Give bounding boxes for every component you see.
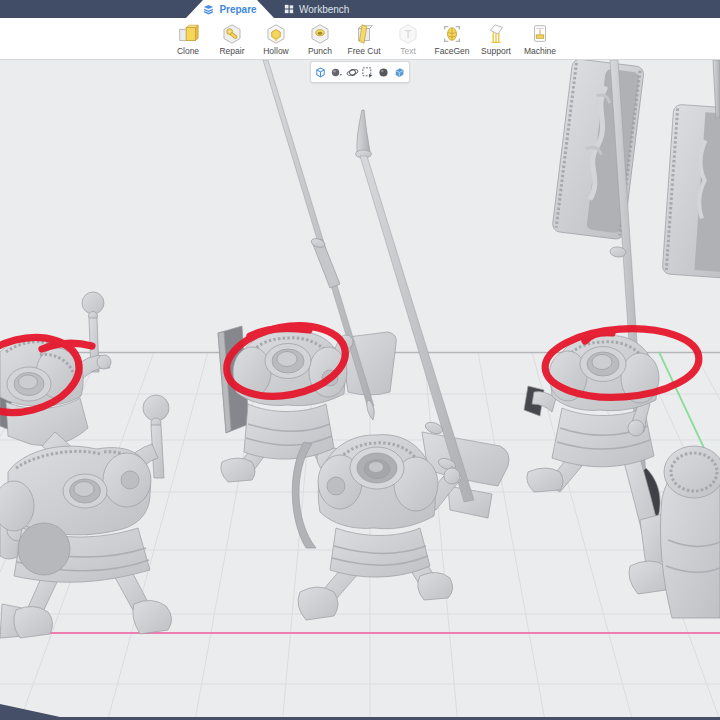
svg-text:T: T (405, 28, 412, 39)
shaded-sphere-dropdown-icon[interactable] (330, 66, 343, 79)
mesh-view-icon[interactable] (393, 66, 406, 79)
wireframe-cube-icon[interactable] (314, 66, 327, 79)
tool-label: Text (400, 46, 416, 56)
grid-icon (284, 4, 294, 14)
box-select-icon[interactable] (361, 66, 374, 79)
tool-facegen-button[interactable]: FaceGen (430, 22, 474, 56)
tool-label: Punch (308, 46, 332, 56)
support-struts-icon (484, 22, 508, 46)
tool-label: Repair (219, 46, 244, 56)
tab-prepare[interactable]: Prepare (186, 0, 274, 18)
hollow-hexagon-icon (264, 22, 288, 46)
tool-freecut-button[interactable]: Free Cut (342, 22, 386, 56)
model-warrior-right-edge[interactable] (660, 446, 720, 618)
tool-machine-button[interactable]: Machine (518, 22, 562, 56)
cut-plane-cube-icon (352, 22, 376, 46)
viewport-3d[interactable] (0, 60, 720, 720)
clone-cubes-icon (176, 22, 200, 46)
tool-clone-button[interactable]: Clone (166, 22, 210, 56)
tool-label: Free Cut (347, 46, 380, 56)
text-hexagon-icon: T (396, 22, 420, 46)
tool-label: FaceGen (435, 46, 470, 56)
tool-support-button[interactable]: Support (474, 22, 518, 56)
punched-hexagon-icon (308, 22, 332, 46)
tab-workbench-label: Workbench (299, 4, 349, 15)
tab-workbench[interactable]: Workbench (276, 0, 357, 18)
main-toolbar: Clone Repair Hollow Punch (0, 18, 720, 60)
wrench-hexagon-icon (220, 22, 244, 46)
tool-label: Machine (524, 46, 556, 56)
tab-prepare-label: Prepare (219, 4, 256, 15)
tool-label: Hollow (263, 46, 289, 56)
printer-icon (528, 22, 552, 46)
tool-text-button[interactable]: T Text (386, 22, 430, 56)
tool-hollow-button[interactable]: Hollow (254, 22, 298, 56)
tool-repair-button[interactable]: Repair (210, 22, 254, 56)
tool-label: Clone (177, 46, 199, 56)
render-sphere-icon[interactable] (377, 66, 390, 79)
round-shield (18, 523, 70, 575)
tool-label: Support (481, 46, 511, 56)
tool-punch-button[interactable]: Punch (298, 22, 342, 56)
top-tab-bar: Prepare Workbench (0, 0, 720, 18)
view-toolbar (310, 61, 410, 83)
orbit-view-icon[interactable] (346, 66, 359, 79)
layers-icon (203, 4, 214, 15)
face-mask-icon (440, 22, 464, 46)
